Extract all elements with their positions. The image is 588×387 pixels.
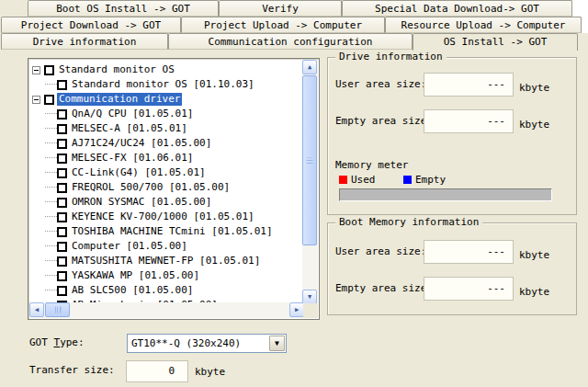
tree-item[interactable]: MELSEC-A [01.05.01] bbox=[29, 121, 303, 136]
tree-item-label[interactable]: OMRON SYSMAC [01.05.00] bbox=[70, 196, 213, 209]
tab-os-install[interactable]: OS Install -> GOT bbox=[413, 33, 578, 51]
tab-project-upload[interactable]: Project Upload -> Computer bbox=[181, 17, 385, 33]
tree-item[interactable]: QnA/Q CPU [01.05.01] bbox=[29, 107, 303, 121]
tree-item-label[interactable]: KEYENCE KV-700/1000 [01.05.01] bbox=[70, 211, 256, 223]
tree-item[interactable]: Standard monitor OS [01.10.03] bbox=[29, 77, 303, 92]
tree-item-label[interactable]: FREQROL 500/700 [01.05.00] bbox=[70, 181, 232, 194]
tree-item-checkbox[interactable] bbox=[57, 242, 67, 252]
tree-item-checkbox[interactable] bbox=[57, 212, 67, 222]
tree-item-checkbox[interactable] bbox=[57, 139, 67, 149]
tree-connector-line bbox=[45, 113, 57, 115]
tree-item-checkbox[interactable] bbox=[57, 154, 67, 164]
scroll-left-icon[interactable]: ◀ bbox=[29, 302, 44, 317]
tree-connector-line bbox=[45, 128, 57, 130]
tree-item-checkbox[interactable] bbox=[57, 286, 67, 296]
empty-swatch-icon bbox=[403, 176, 412, 184]
tab-project-download[interactable]: Project Download -> GOT bbox=[1, 17, 181, 33]
tree-item-checkbox[interactable] bbox=[57, 271, 67, 281]
tree-item-checkbox[interactable] bbox=[44, 65, 54, 75]
chevron-down-icon[interactable]: ▼ bbox=[269, 336, 285, 351]
tree-item-checkbox[interactable] bbox=[57, 256, 67, 267]
tree-item[interactable]: FREQROL 500/700 [01.05.00] bbox=[29, 180, 303, 195]
tree-item-checkbox[interactable] bbox=[44, 95, 54, 105]
window-background bbox=[582, 17, 588, 33]
boot-empty-area-field[interactable]: --- bbox=[424, 277, 514, 301]
os-tree: Standard monitor OSStandard monitor OS [… bbox=[28, 58, 320, 320]
tree-connector-line bbox=[45, 290, 57, 291]
used-legend-label: Used bbox=[351, 174, 376, 186]
tree-item-label[interactable]: Standard monitor OS [01.10.03] bbox=[70, 78, 256, 91]
boot-empty-area-label: Empty area size: bbox=[335, 282, 433, 294]
boot-user-area-field[interactable]: --- bbox=[424, 240, 514, 264]
tree-item-checkbox[interactable] bbox=[57, 183, 67, 193]
tree-connector-line bbox=[45, 157, 57, 159]
tree-item[interactable]: AJ71C24/UC24 [01.05.00] bbox=[29, 136, 303, 151]
got-type-combobox[interactable]: GT10**-Q (320x240) ▼ bbox=[127, 334, 287, 353]
got-type-value: GT10**-Q (320x240) bbox=[131, 337, 241, 349]
user-area-size-field[interactable]: --- bbox=[424, 73, 514, 97]
tree-item-label[interactable]: MELSEC-FX [01.06.01] bbox=[70, 152, 195, 165]
tree-connector-line bbox=[45, 142, 57, 144]
tree-item-label[interactable]: TOSHIBA MACHINE TCmini [01.05.01] bbox=[70, 225, 275, 238]
tree-item[interactable]: CC-Link(G4) [01.05.01] bbox=[29, 165, 303, 180]
scroll-right-icon[interactable]: ▶ bbox=[289, 302, 304, 317]
tree-item[interactable]: AB SLC500 [01.05.00] bbox=[29, 283, 303, 298]
boot-memory-title: Boot Memory information bbox=[335, 216, 482, 229]
tree-item[interactable]: YASKAWA MP [01.05.00] bbox=[29, 268, 303, 283]
tree-item-label[interactable]: AB SLC500 [01.05.00] bbox=[70, 284, 195, 297]
transfer-size-field[interactable]: 0 bbox=[126, 360, 188, 382]
collapse-expander-icon[interactable] bbox=[32, 96, 40, 104]
tree-item[interactable]: OMRON SYSMAC [01.05.00] bbox=[29, 195, 303, 210]
tree-item-checkbox[interactable] bbox=[57, 124, 67, 134]
tree-item-label[interactable]: Standard monitor OS bbox=[57, 63, 176, 76]
tree-item[interactable]: MATSUSHITA MEWNET-FP [01.05.01] bbox=[29, 254, 303, 268]
boot-user-area-unit: kbyte bbox=[519, 249, 549, 261]
vertical-scroll-thumb[interactable] bbox=[302, 75, 317, 245]
tree-horizontal-scrollbar[interactable]: ◀ ▶ bbox=[29, 302, 304, 318]
tree-connector-line bbox=[45, 245, 57, 247]
tab-communication-config[interactable]: Communication configuration bbox=[168, 33, 413, 50]
tab-drive-information[interactable]: Drive information bbox=[1, 33, 168, 50]
tree-item[interactable]: TOSHIBA MACHINE TCmini [01.05.01] bbox=[29, 224, 303, 239]
tree-connector-line bbox=[45, 172, 57, 174]
empty-legend-label: Empty bbox=[415, 174, 446, 186]
tree-item-checkbox[interactable] bbox=[57, 109, 67, 120]
tree-item-label[interactable]: QnA/Q CPU [01.05.01] bbox=[70, 108, 195, 120]
boot-memory-group: Boot Memory information User area size: … bbox=[327, 222, 577, 315]
tree-connector-line bbox=[45, 231, 57, 233]
tab-resource-upload[interactable]: Resource Upload -> Computer bbox=[385, 17, 582, 33]
tree-item[interactable]: KEYENCE KV-700/1000 [01.05.01] bbox=[29, 210, 303, 224]
tree-item-checkbox[interactable] bbox=[57, 80, 67, 90]
boot-empty-area-unit: kbyte bbox=[519, 286, 549, 298]
tree-item-label[interactable]: YASKAWA MP [01.05.00] bbox=[70, 269, 201, 282]
empty-area-size-field[interactable]: --- bbox=[424, 109, 514, 133]
transfer-size-unit: kbyte bbox=[195, 366, 225, 378]
tree-item-label[interactable]: MELSEC-A [01.05.01] bbox=[70, 122, 189, 135]
user-area-size-label: User area size: bbox=[335, 78, 426, 90]
tab-boot-os-install[interactable]: Boot OS Install -> GOT bbox=[28, 0, 219, 17]
tree-item-label[interactable]: CC-Link(G4) [01.05.01] bbox=[70, 166, 208, 179]
user-area-unit: kbyte bbox=[519, 82, 549, 94]
horizontal-scroll-thumb[interactable] bbox=[45, 302, 70, 317]
drive-information-title: Drive information bbox=[335, 51, 447, 63]
tree-item[interactable]: Computer [01.05.00] bbox=[29, 239, 303, 254]
tree-item-label[interactable]: MATSUSHITA MEWNET-FP [01.05.01] bbox=[70, 255, 262, 267]
tree-item-label[interactable]: Communication driver bbox=[57, 93, 182, 106]
scroll-down-icon[interactable]: ▼ bbox=[302, 290, 317, 304]
got-type-label: GOT Type: bbox=[29, 336, 85, 348]
collapse-expander-icon[interactable] bbox=[32, 66, 40, 74]
scroll-up-icon[interactable]: ▲ bbox=[302, 60, 317, 74]
tree-item-checkbox[interactable] bbox=[57, 198, 67, 208]
boot-user-area-label: User area size: bbox=[335, 245, 426, 257]
tree-item-label[interactable]: AJ71C24/UC24 [01.05.00] bbox=[70, 137, 213, 150]
tab-special-data-download[interactable]: Special Data Download-> GOT bbox=[342, 0, 572, 17]
tab-verify[interactable]: Verify bbox=[219, 0, 342, 17]
tree-item-label[interactable]: Computer [01.05.00] bbox=[70, 240, 189, 253]
tree-item-checkbox[interactable] bbox=[57, 227, 67, 237]
tree-connector-line bbox=[45, 260, 57, 262]
tree-item-checkbox[interactable] bbox=[57, 168, 67, 178]
tree-item[interactable]: MELSEC-FX [01.06.01] bbox=[29, 151, 303, 165]
tree-item[interactable]: Standard monitor OS bbox=[29, 63, 303, 77]
tree-vertical-scrollbar[interactable]: ▲ ▼ bbox=[302, 60, 318, 304]
tree-item[interactable]: Communication driver bbox=[29, 92, 303, 107]
